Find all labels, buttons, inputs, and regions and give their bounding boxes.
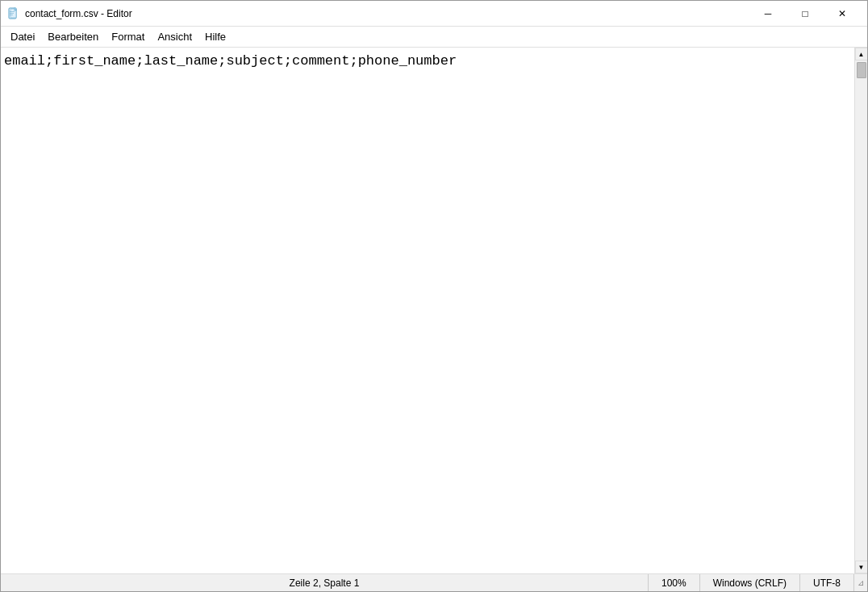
scroll-down-button[interactable]: ▼ [855,561,868,573]
close-button[interactable]: ✕ [824,1,861,27]
window-controls: ─ □ ✕ [749,1,861,27]
scroll-thumb[interactable] [857,62,866,78]
menu-bearbeiten[interactable]: Bearbeiten [41,29,105,44]
scroll-up-button[interactable]: ▲ [855,48,868,60]
window-icon [7,7,20,20]
menu-datei[interactable]: Datei [4,29,41,44]
svg-rect-3 [10,13,14,14]
menu-bar: Datei Bearbeiten Format Ansicht Hilfe [1,27,867,48]
window-title: contact_form.csv - Editor [25,8,749,19]
zoom-level: 100% [649,574,700,591]
main-window: contact_form.csv - Editor ─ □ ✕ Datei Be… [0,0,868,592]
svg-rect-4 [10,15,13,15]
status-bar: Zeile 2, Spalte 1 100% Windows (CRLF) UT… [1,573,867,591]
vertical-scrollbar[interactable]: ▲ ▼ [854,48,867,573]
cursor-position: Zeile 2, Spalte 1 [1,574,649,591]
menu-hilfe[interactable]: Hilfe [198,29,232,44]
line-ending: Windows (CRLF) [700,574,800,591]
resize-grip[interactable]: ⊿ [854,577,867,590]
encoding: UTF-8 [800,574,854,591]
menu-format[interactable]: Format [105,29,151,44]
minimize-button[interactable]: ─ [749,1,787,27]
maximize-button[interactable]: □ [787,1,824,27]
menu-ansicht[interactable]: Ansicht [151,29,198,44]
editor-area: email;first_name;last_name;subject;comme… [1,48,867,573]
svg-rect-2 [10,11,15,12]
title-bar: contact_form.csv - Editor ─ □ ✕ [1,1,867,27]
editor-textarea[interactable]: email;first_name;last_name;subject;comme… [1,48,854,573]
